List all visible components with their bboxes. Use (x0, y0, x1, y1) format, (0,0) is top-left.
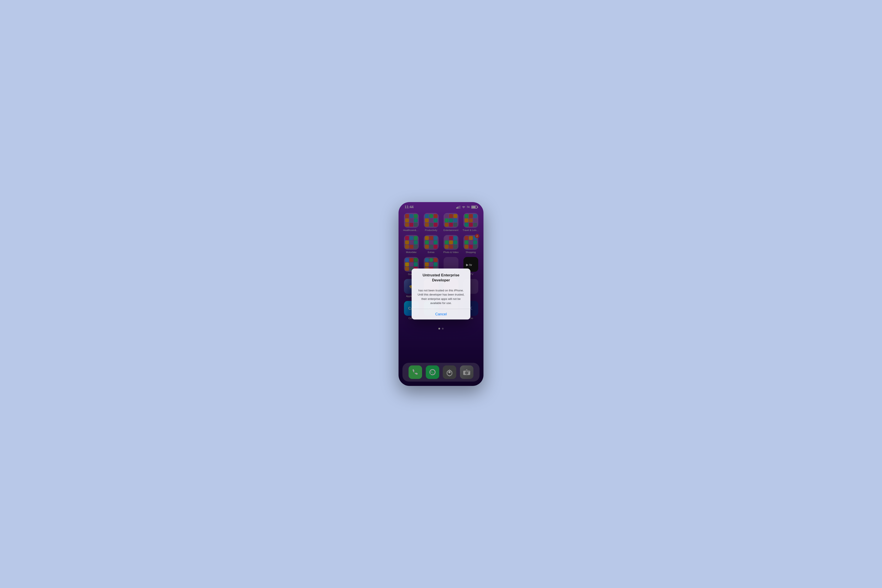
alert-title: Untrusted EnterpriseDeveloper (415, 273, 467, 282)
phone-frame: 11:44 74 (399, 202, 483, 386)
alert-message: has not been trusted on this iPhone. Unt… (415, 288, 467, 305)
alert-cancel-button[interactable]: Cancel (412, 309, 470, 320)
modal-overlay: Untrusted EnterpriseDeveloper has not be… (399, 202, 483, 386)
alert-content: Untrusted EnterpriseDeveloper has not be… (412, 268, 470, 309)
alert-dialog: Untrusted EnterpriseDeveloper has not be… (412, 268, 470, 319)
